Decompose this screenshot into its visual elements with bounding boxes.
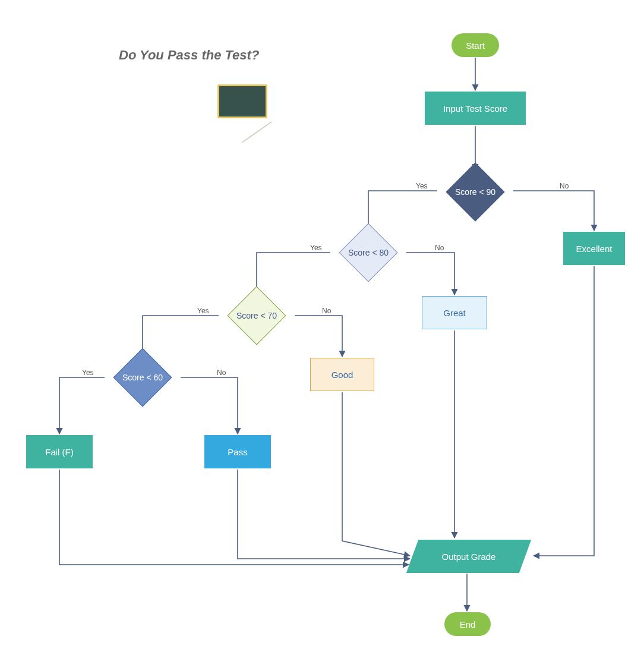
- input-node: Input Test Score: [425, 92, 526, 125]
- edge-label-no: No: [435, 244, 444, 252]
- edge-label-no: No: [322, 307, 331, 315]
- end-node: End: [444, 612, 491, 636]
- decision-score-70: Score < 70: [236, 295, 277, 336]
- decision-score-80: Score < 80: [348, 232, 389, 273]
- decision-score-90: Score < 90: [454, 171, 496, 213]
- decision-label: Score < 70: [219, 295, 294, 336]
- edge-label-no: No: [217, 369, 226, 377]
- output-label: Output Grade: [412, 540, 525, 573]
- output-node: Output Grade: [412, 540, 525, 573]
- edge-label-yes: Yes: [82, 369, 94, 377]
- edge-label-yes: Yes: [416, 182, 428, 190]
- outcome-good: Good: [310, 358, 374, 391]
- outcome-great: Great: [422, 296, 487, 329]
- edge-label-yes: Yes: [197, 307, 209, 315]
- outcome-pass: Pass: [204, 435, 271, 468]
- edge-label-no: No: [560, 182, 569, 190]
- decision-label: Score < 90: [438, 171, 513, 213]
- start-node: Start: [452, 33, 499, 57]
- decision-label: Score < 60: [105, 357, 180, 398]
- connectors: [0, 0, 644, 658]
- flowchart-canvas: Do You Pass the Test?: [0, 0, 644, 658]
- edge-label-yes: Yes: [310, 244, 322, 252]
- decision-score-60: Score < 60: [122, 357, 163, 398]
- outcome-excellent: Excellent: [563, 232, 625, 265]
- decision-label: Score < 80: [331, 232, 406, 273]
- outcome-fail: Fail (F): [26, 435, 93, 468]
